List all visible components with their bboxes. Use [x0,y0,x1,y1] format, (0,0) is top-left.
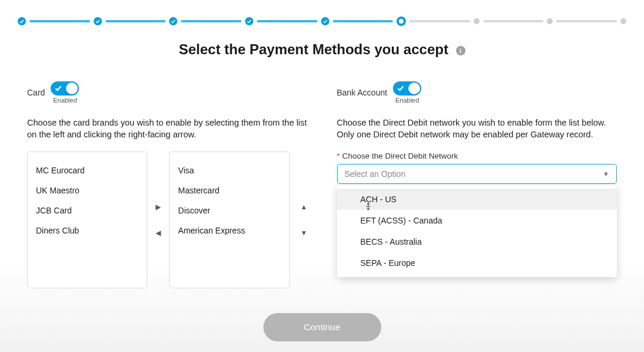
card-dual-listbox: MC EurocardUK MaestroJCB CardDiners Club… [27,152,308,288]
progress-step-1 [18,17,26,25]
dd-network-select[interactable]: Select an Option ▼ [337,164,617,184]
card-description: Choose the card brands you wish to enabl… [27,117,308,141]
card-label: Card [27,88,45,97]
progress-step-9 [620,18,626,24]
card-column: Card Enabled Choose the card brands you … [27,81,308,288]
toggle-knob [66,83,78,94]
progress-connector [105,20,166,22]
dd-network-select-wrap: Select an Option ▼ ACH - USEFT (ACSS) - … [337,164,617,184]
progress-connector [181,20,242,22]
move-right-icon[interactable]: ▶ [156,203,161,211]
list-item[interactable]: MC Eurocard [36,160,138,180]
progress-step-2 [94,17,102,25]
list-item[interactable]: JCB Card [36,200,138,221]
dropdown-option[interactable]: BECS - Australia [337,231,617,252]
dd-network-label-text: Choose the Direct Debit Network [342,152,458,160]
dropdown-option[interactable]: ACH - US [337,189,617,210]
list-item[interactable]: Discover [178,200,280,221]
move-arrows: ▶ ◀ [156,152,161,288]
list-item[interactable]: UK Maestro [36,180,138,200]
dd-network-label: *Choose the Direct Debit Network [337,152,617,160]
info-icon[interactable]: i [456,46,465,55]
list-item[interactable]: Visa [178,160,280,180]
progress-connector [333,20,394,22]
card-toggle[interactable] [51,81,79,96]
progress-connector [29,20,90,22]
setup-progress [0,0,644,26]
progress-connector [556,20,617,22]
list-item[interactable]: Mastercard [178,180,280,200]
dropdown-option[interactable]: EFT (ACSS) - Canada [337,210,617,231]
required-asterisk: * [337,152,340,160]
continue-button[interactable]: Continue [263,313,381,341]
progress-step-5 [321,17,329,25]
card-selected-listbox[interactable]: VisaMastercardDiscoverAmerican Express [169,152,289,288]
bank-label: Bank Account [337,88,388,97]
move-up-icon[interactable]: ▲ [300,203,308,211]
bank-column: Bank Account Enabled Choose the Direct D… [337,81,617,288]
footer: Continue [0,313,644,341]
page-title: Select the Payment Methods you accept i [0,41,644,58]
progress-step-4 [245,17,253,25]
progress-step-6 [397,17,406,26]
page-title-text: Select the Payment Methods you accept [179,41,448,57]
dropdown-option[interactable]: SEPA - Europe [337,252,617,274]
card-available-listbox[interactable]: MC EurocardUK MaestroJCB CardDiners Club [27,152,147,288]
card-toggle-caption: Enabled [51,97,79,104]
progress-step-8 [547,18,553,24]
progress-step-3 [169,17,177,25]
check-icon [397,85,404,92]
dd-network-dropdown: ACH - USEFT (ACSS) - CanadaBECS - Austra… [337,185,617,277]
chevron-down-icon: ▼ [603,170,609,177]
move-left-icon[interactable]: ◀ [156,229,161,237]
check-icon [55,85,62,92]
bank-toggle-caption: Enabled [393,97,421,104]
dd-network-placeholder: Select an Option [345,169,406,179]
bank-description: Choose the Direct Debit network you wish… [337,117,617,141]
bank-toggle[interactable] [393,81,421,96]
reorder-arrows: ▲ ▼ [298,152,308,288]
list-item[interactable]: American Express [178,221,280,241]
list-item[interactable]: Diners Club [36,221,138,241]
move-down-icon[interactable]: ▼ [300,229,308,237]
progress-step-7 [474,18,480,24]
progress-connector [257,20,318,22]
progress-connector [409,20,470,22]
toggle-knob [408,83,420,94]
progress-connector [483,20,544,22]
